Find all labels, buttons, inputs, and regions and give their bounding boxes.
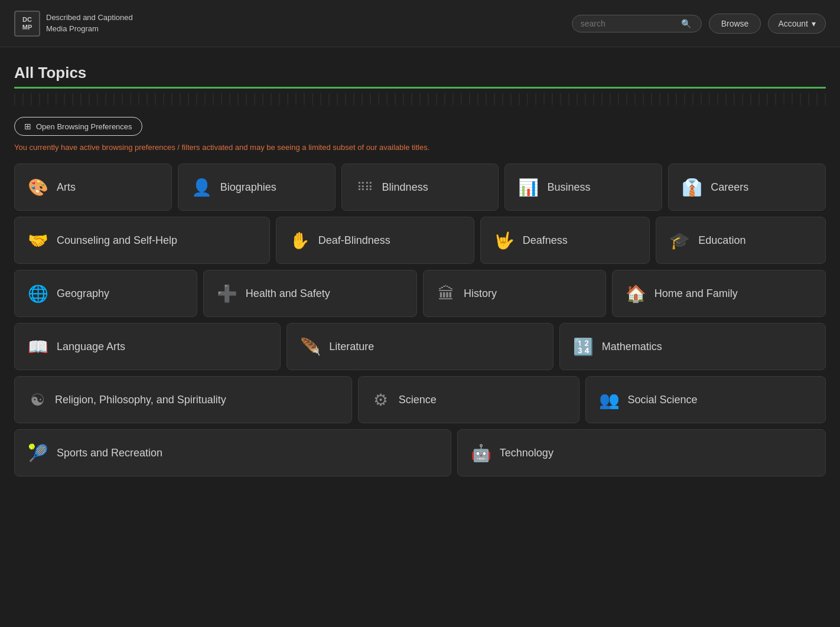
social-science-label: Social Science [628,394,698,406]
topic-card-counseling[interactable]: 🤝 Counseling and Self-Help [14,217,270,264]
health-safety-label: Health and Safety [246,288,330,300]
topic-card-careers[interactable]: 👔 Careers [668,164,826,211]
logo-icon: DCMP [14,11,40,37]
topic-card-home-family[interactable]: 🏠 Home and Family [612,270,826,317]
home-family-icon: 🏠 [626,284,646,303]
search-bar[interactable]: 🔍 [572,15,702,32]
topic-card-mathematics[interactable]: 🔢 Mathematics [559,323,826,370]
education-label: Education [698,234,745,247]
header: DCMP Described and CaptionedMedia Progra… [0,0,840,47]
business-icon: 📊 [518,178,539,197]
account-label: Account [778,19,808,28]
search-input[interactable] [581,19,681,28]
science-label: Science [399,394,437,406]
geography-icon: 🌐 [28,284,48,303]
grid-row-5: ☯ Religion, Philosophy, and Spirituality… [14,376,826,423]
topic-card-sports[interactable]: 🎾 Sports and Recreation [14,429,451,476]
mathematics-icon: 🔢 [573,337,594,357]
alphabet-strip [14,93,826,105]
social-science-icon: 👥 [599,390,620,410]
topic-card-religion[interactable]: ☯ Religion, Philosophy, and Spirituality [14,376,352,423]
deaf-blindness-icon: ✋ [289,231,310,250]
mathematics-label: Mathematics [602,341,662,353]
science-icon: ⚙ [372,390,390,410]
header-right: 🔍 Browse Account ▾ [572,14,826,34]
prefs-icon: ⊞ [24,122,31,131]
search-icon: 🔍 [681,19,691,28]
biographies-label: Biographies [220,181,276,194]
topic-card-education[interactable]: 🎓 Education [656,217,826,264]
education-icon: 🎓 [669,231,690,250]
topic-card-business[interactable]: 📊 Business [504,164,662,211]
language-arts-label: Language Arts [57,341,125,353]
religion-icon: ☯ [28,390,47,410]
religion-label: Religion, Philosophy, and Spirituality [55,394,226,406]
browse-prefs-button[interactable]: ⊞ Open Browsing Preferences [14,117,142,136]
technology-icon: 🤖 [471,443,491,463]
account-button[interactable]: Account ▾ [768,14,826,34]
topic-card-geography[interactable]: 🌐 Geography [14,270,197,317]
topic-card-technology[interactable]: 🤖 Technology [457,429,826,476]
biographies-icon: 👤 [191,178,212,197]
literature-label: Literature [329,341,374,353]
history-label: History [464,288,497,300]
topic-card-deafness[interactable]: 🤟 Deafness [480,217,650,264]
topic-card-social-science[interactable]: 👥 Social Science [585,376,826,423]
green-divider [14,87,826,89]
arts-icon: 🎨 [28,178,48,197]
page-title: All Topics [14,64,826,82]
history-icon: 🏛 [437,284,455,303]
topic-card-deaf-blindness[interactable]: ✋ Deaf-Blindness [276,217,474,264]
business-label: Business [547,181,590,194]
topic-card-science[interactable]: ⚙ Science [358,376,579,423]
browse-prefs-label: Open Browsing Preferences [36,122,132,131]
topic-card-blindness[interactable]: ⠿⠿ Blindness [341,164,499,211]
home-family-label: Home and Family [655,288,738,300]
browse-button[interactable]: Browse [709,14,761,34]
technology-label: Technology [500,447,554,459]
logo-area: DCMP Described and CaptionedMedia Progra… [14,11,133,37]
blindness-icon: ⠿⠿ [355,180,374,194]
grid-row-3: 🌐 Geography ➕ Health and Safety 🏛 Histor… [14,270,826,317]
topic-card-arts[interactable]: 🎨 Arts [14,164,172,211]
counseling-label: Counseling and Self-Help [57,234,177,247]
blindness-label: Blindness [382,181,428,194]
literature-icon: 🪶 [300,337,321,357]
topic-card-health-safety[interactable]: ➕ Health and Safety [203,270,417,317]
sports-label: Sports and Recreation [57,447,162,459]
careers-icon: 👔 [682,178,702,197]
grid-row-2: 🤝 Counseling and Self-Help ✋ Deaf-Blindn… [14,217,826,264]
topic-card-biographies[interactable]: 👤 Biographies [178,164,336,211]
warning-text: You currently have active browsing prefe… [0,143,840,164]
counseling-icon: 🤝 [28,231,48,250]
language-arts-icon: 📖 [28,337,48,357]
logo-text: Described and CaptionedMedia Program [46,12,133,34]
topic-card-history[interactable]: 🏛 History [423,270,606,317]
grid-row-1: 🎨 Arts 👤 Biographies ⠿⠿ Blindness 📊 Busi… [14,164,826,211]
careers-label: Careers [711,181,748,194]
deafness-label: Deafness [523,234,568,247]
deafness-icon: 🤟 [494,231,515,250]
page-header: All Topics [0,47,840,105]
arts-label: Arts [57,181,76,194]
grid-row-4: 📖 Language Arts 🪶 Literature 🔢 Mathemati… [14,323,826,370]
grid-row-6: 🎾 Sports and Recreation 🤖 Technology [14,429,826,476]
chevron-down-icon: ▾ [812,19,816,28]
health-safety-icon: ➕ [217,284,237,303]
geography-label: Geography [57,288,109,300]
topic-card-literature[interactable]: 🪶 Literature [286,323,553,370]
topics-grid: 🎨 Arts 👤 Biographies ⠿⠿ Blindness 📊 Busi… [0,164,840,491]
browse-prefs-area: ⊞ Open Browsing Preferences [0,117,840,143]
deaf-blindness-label: Deaf-Blindness [318,234,390,247]
topic-card-language-arts[interactable]: 📖 Language Arts [14,323,281,370]
sports-icon: 🎾 [28,443,48,463]
